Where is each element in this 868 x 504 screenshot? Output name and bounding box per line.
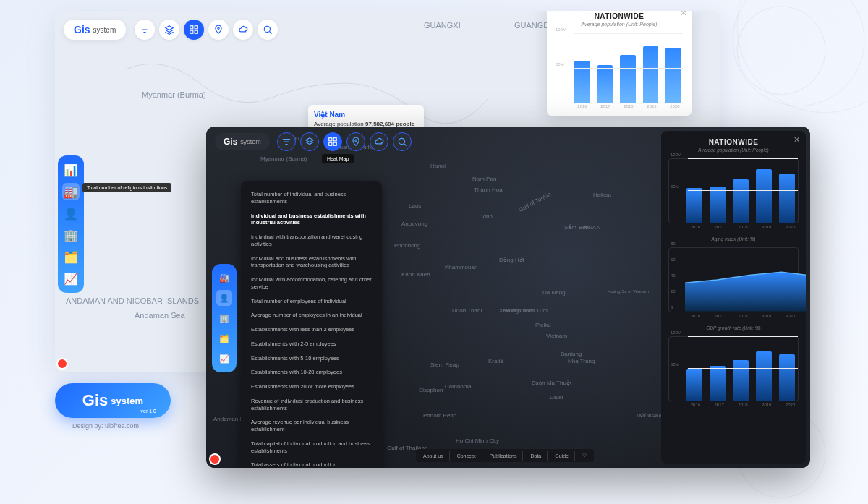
map-label: Kratié — [488, 358, 503, 364]
tool-cloud[interactable] — [370, 132, 388, 151]
svg-marker-12 — [685, 272, 806, 311]
dropdown-item[interactable]: Establishments with 5-10 employees — [241, 351, 382, 366]
map-label: Sisophon — [419, 387, 443, 393]
tool-pin[interactable] — [208, 20, 229, 40]
tick: 2016 — [687, 314, 704, 318]
chart-title: NATIONWIDE — [556, 12, 683, 20]
dark-bar-chart-2: 50M100M — [668, 336, 799, 401]
tick: 2019 — [758, 314, 775, 318]
dropdown-item[interactable]: Establishments with 10-20 employees — [241, 365, 382, 380]
tick: 2019 — [758, 403, 775, 407]
map-label: Xekong — [499, 307, 519, 314]
tool-heatmap[interactable] — [323, 132, 342, 151]
footer-link[interactable]: Guide — [549, 451, 575, 461]
vside-item-3[interactable]: 👤 — [62, 205, 80, 222]
vertical-sidebar-dark: 🏭 👤 🏢 🗂️ 📈 — [212, 264, 237, 372]
tool-layers[interactable] — [159, 20, 179, 40]
vside-item-4[interactable]: 🏢 — [62, 226, 80, 244]
footer-heart-icon[interactable]: ♡ — [576, 450, 592, 461]
map-label: Laos — [409, 202, 421, 209]
bar — [756, 351, 772, 401]
tick: 2018 — [735, 314, 752, 318]
map-label: Ho Chi Minh City — [456, 437, 499, 444]
dropdown-item[interactable]: Revenue of individual production and bus… — [241, 394, 382, 416]
map-label-myanmar: Myanmar (Burma) — [142, 90, 206, 99]
bar — [733, 360, 749, 401]
header-light: Gissystem — [64, 20, 278, 40]
svg-rect-2 — [190, 30, 193, 33]
map-label: Nha Trang — [568, 358, 595, 364]
footer-link[interactable]: About us — [417, 451, 450, 461]
close-icon[interactable]: ✕ — [680, 11, 687, 18]
tool-filter[interactable] — [135, 20, 155, 40]
chart-xticks: 20162017201820192020 — [668, 225, 799, 229]
dropdown-item[interactable]: Total assets of individual production — [241, 458, 382, 468]
charts-sub-3: GDP growth rate (Unit: %) — [668, 325, 799, 330]
tick: 2020 — [782, 225, 799, 229]
chart-xticks: 20162017201820192020 — [668, 403, 799, 407]
close-icon[interactable]: ✕ — [793, 135, 800, 145]
vside-item-3[interactable]: 🏢 — [216, 310, 232, 326]
tool-pin[interactable] — [346, 132, 365, 151]
bar — [620, 55, 636, 103]
tick: 2016 — [574, 104, 590, 108]
dropdown-item[interactable]: Total number of employees of individual — [241, 294, 382, 309]
tick: 2017 — [597, 104, 613, 108]
map-label: Haikou — [593, 192, 611, 198]
map-label: Cambodia — [445, 383, 471, 390]
tick: 2017 — [711, 314, 728, 318]
tool-search[interactable] — [258, 20, 278, 40]
footer-link[interactable]: Publications — [484, 451, 524, 461]
tick: 2020 — [782, 403, 799, 407]
byline: Design by: uibfree.com — [72, 422, 139, 430]
vside-item-5[interactable]: 📈 — [216, 351, 232, 367]
tool-cloud[interactable] — [233, 20, 253, 40]
dropdown-item[interactable]: Individual and business establishments w… — [241, 209, 382, 231]
vside-item-4[interactable]: 🗂️ — [216, 330, 232, 346]
footer-link[interactable]: Data — [524, 451, 548, 461]
vside-item-2[interactable]: 👤 — [216, 290, 232, 306]
tool-layers[interactable] — [300, 132, 319, 151]
dropdown-item[interactable]: Establishments with 2-5 employees — [241, 337, 382, 351]
tick: 2016 — [687, 403, 704, 407]
bar — [665, 48, 681, 103]
dropdown-item[interactable]: Individual with accommodation, catering … — [241, 273, 382, 294]
vside-item-5[interactable]: 🗂️ — [62, 248, 80, 265]
vside-item-1[interactable]: 📊 — [62, 161, 80, 179]
svg-rect-7 — [333, 138, 336, 141]
dropdown-item[interactable]: Average number of employees in an indivi… — [241, 308, 382, 323]
bar — [597, 65, 613, 103]
tick: 2018 — [735, 403, 752, 407]
map-label: Nam Pan — [472, 176, 496, 182]
toolbar-dark — [277, 132, 412, 151]
map-label: Gulf of Tonkin — [518, 191, 552, 213]
dropdown-item[interactable]: Individual with transportation and wareh… — [241, 230, 382, 252]
bar — [686, 188, 702, 223]
brand-logo-dark: Gissystem — [215, 133, 270, 150]
map-label: Myanmar (Burma) — [260, 155, 307, 162]
indicator-dropdown[interactable]: Total number of individual and business … — [241, 181, 382, 468]
map-label: Siem Reap — [430, 362, 459, 368]
footer-link[interactable]: Concept — [451, 451, 482, 461]
dropdown-item[interactable]: Total capital of individual production a… — [241, 437, 382, 458]
toolbar-tooltip: Heat Map — [322, 154, 354, 163]
tick: 2017 — [711, 403, 728, 407]
dropdown-item[interactable]: Individual and business establishments w… — [241, 252, 382, 273]
map-label-andaman-sea: Andaman Sea — [135, 311, 185, 320]
tool-search[interactable] — [393, 132, 412, 151]
vside-item-2[interactable]: 🏭 — [62, 183, 80, 200]
dropdown-item[interactable]: Establishments with 20 or more employees — [241, 380, 382, 394]
dropdown-item[interactable]: Total number of individual and business … — [241, 187, 382, 209]
tool-heatmap[interactable] — [184, 20, 204, 40]
svg-rect-6 — [329, 138, 332, 141]
vside-item-6[interactable]: 📈 — [62, 270, 80, 287]
bar — [779, 174, 795, 223]
tool-filter[interactable] — [277, 132, 296, 151]
dropdown-item[interactable]: Establishments with less than 2 employee… — [241, 323, 382, 337]
vside-item-1[interactable]: 🏭 — [216, 270, 232, 286]
chart-subtitle: Average population (Unit: People) — [556, 22, 683, 27]
bar — [710, 366, 726, 401]
dark-bar-chart-1: 50M100M — [668, 158, 799, 223]
svg-rect-0 — [190, 26, 193, 29]
dropdown-item[interactable]: Average revenue per individual business … — [241, 415, 382, 437]
